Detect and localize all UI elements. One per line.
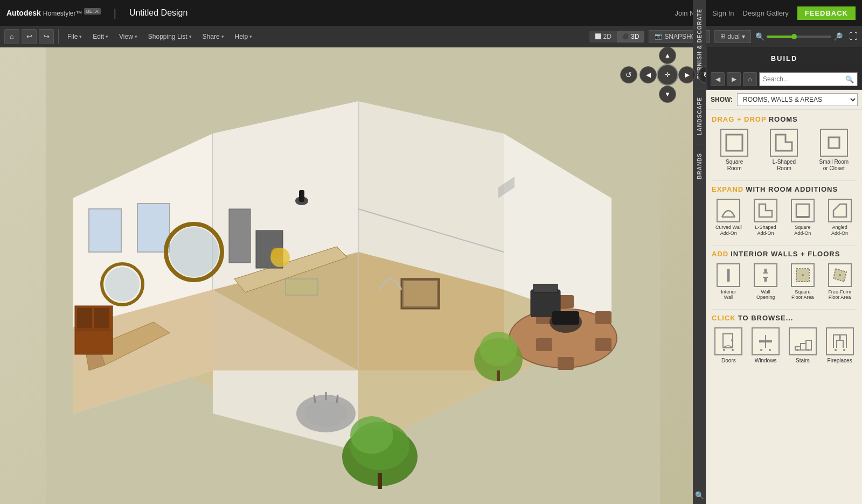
interior-wall-item[interactable]: InteriorWall (712, 263, 746, 301)
view-menu-label: View (119, 33, 133, 40)
svg-rect-61 (726, 135, 742, 151)
wall-opening-svg (757, 267, 774, 284)
shopping-list-menu[interactable]: Shopping List ▾ (144, 31, 196, 43)
square-floor-item[interactable]: SquareFloor Area (786, 263, 820, 301)
sign-in-link[interactable]: Sign In (712, 9, 734, 17)
curved-wall-svg (720, 202, 737, 219)
svg-rect-47 (378, 473, 382, 489)
curved-wall-item[interactable]: Curved WallAdd-On (712, 199, 746, 236)
brands-tab[interactable]: BRANDS (694, 144, 705, 188)
zoom-in-icon[interactable]: 🔎 (833, 32, 843, 41)
nav-center-button[interactable]: ✛ (657, 64, 678, 86)
canvas-area[interactable]: ↺ ▲ ◀ ✛ (0, 47, 706, 504)
show-row: SHOW: ROOMS, WALLS & AREAS ALL FLOORS ON… (706, 90, 862, 110)
l-shaped-room-label: L-ShapedRoom (773, 159, 796, 172)
doors-shape (714, 327, 742, 355)
zoom-slider-thumb (791, 34, 797, 39)
additions-grid: Curved WallAdd-On L-ShapedAdd-On (712, 199, 857, 236)
svg-point-73 (839, 274, 841, 276)
view-2d-button[interactable]: ⬜ 2D (589, 31, 617, 43)
rooms-grid: SquareRoom L-ShapedRoom (712, 129, 857, 172)
rotate-left-button[interactable]: ↺ (620, 66, 637, 83)
svg-rect-29 (286, 279, 318, 295)
expand-button[interactable]: ⛶ (849, 32, 858, 41)
title-bar-left: Autodesk Homestyler™ BETA | Untitled Des… (6, 7, 187, 19)
nav-cell-left: ◀ (639, 64, 657, 86)
design-gallery-link[interactable]: Design Gallery (743, 9, 789, 17)
svg-point-77 (732, 349, 734, 351)
click-label-normal: TO BROWSE... (738, 314, 794, 322)
file-menu[interactable]: File ▾ (63, 31, 86, 43)
show-select[interactable]: ROOMS, WALLS & AREAS ALL FLOORS ONLY (737, 93, 858, 106)
curved-wall-shape (717, 199, 740, 222)
autodesk-logo: Autodesk Homestyler™ BETA (6, 9, 101, 17)
feedback-button[interactable]: FEEDBACK (797, 6, 856, 20)
nav-cell-top: ▲ (657, 47, 678, 64)
sq-addon-item[interactable]: SquareAdd-On (786, 199, 820, 236)
help-menu[interactable]: Help ▾ (231, 31, 257, 43)
dual-label: dual (727, 33, 740, 40)
panel-search-icon[interactable]: 🔍 (693, 487, 706, 504)
small-room-item[interactable]: Small Roomor Closet (811, 129, 857, 172)
zoom-out-icon[interactable]: 🔍 (755, 32, 764, 41)
fireplaces-label: Fireplaces (828, 358, 852, 363)
nav-down-button[interactable]: ▼ (659, 86, 676, 103)
wall-opening-item[interactable]: WallOpening (749, 263, 783, 301)
square-room-item[interactable]: SquareRoom (712, 129, 757, 172)
browse-grid: Doors Windows (712, 327, 857, 363)
help-menu-label: Help (235, 33, 248, 40)
nav-right-button[interactable]: ▶ (678, 66, 696, 83)
square-floor-label: SquareFloor Area (791, 289, 814, 301)
panel-home-button[interactable]: ⌂ (743, 72, 757, 86)
windows-item[interactable]: Windows (749, 327, 783, 363)
doors-label: Doors (721, 358, 736, 363)
show-label: SHOW: (711, 96, 733, 103)
angled-addon-item[interactable]: AngledAdd-On (823, 199, 857, 236)
svg-line-20 (314, 395, 315, 403)
viewport-3d[interactable]: ↺ ▲ ◀ ✛ (0, 47, 706, 504)
windows-shape (752, 327, 780, 355)
svg-point-25 (105, 267, 140, 302)
panel-search-submit[interactable]: 🔍 (845, 75, 854, 83)
sq-addon-label: SquareAdd-On (794, 225, 811, 236)
stairs-svg (792, 331, 814, 352)
undo-button[interactable]: ↩ (22, 29, 37, 44)
expand-header: EXPAND WITH ROOM ADDITIONS (712, 185, 857, 193)
view-3d-button[interactable]: ⬛ 3D (617, 31, 644, 43)
edit-menu[interactable]: Edit ▾ (88, 31, 113, 43)
view-3d-label: 3D (631, 33, 639, 40)
small-room-label: Small Roomor Closet (819, 159, 849, 172)
rotate-right-button[interactable]: ↻ (698, 66, 706, 83)
fireplaces-item[interactable]: Fireplaces (823, 327, 857, 363)
l-addon-shape (754, 199, 777, 222)
dual-button[interactable]: ⊞ dual ▾ (714, 30, 751, 43)
view-menu[interactable]: View ▾ (115, 31, 142, 43)
svg-rect-57 (299, 190, 304, 202)
interior-wall-label: InteriorWall (721, 289, 736, 301)
nav-cell-tl (639, 47, 657, 64)
drag-drop-label-normal: ROOMS (769, 115, 798, 123)
dual-arrow: ▾ (742, 33, 745, 40)
nav-up-button[interactable]: ▲ (659, 47, 676, 64)
nav-left-button[interactable]: ◀ (639, 66, 657, 83)
share-menu[interactable]: Share ▾ (198, 31, 228, 43)
doors-item[interactable]: Doors (712, 327, 746, 363)
panel-forward-button[interactable]: ▶ (727, 72, 741, 86)
panel-search-input[interactable] (763, 75, 845, 83)
logo-homestyler: Homestyler™ BETA (43, 9, 101, 17)
drag-drop-header: DRAG + DROP ROOMS (712, 115, 857, 123)
svg-rect-83 (801, 344, 806, 350)
stairs-item[interactable]: Stairs (786, 327, 820, 363)
redo-button[interactable]: ↪ (39, 29, 54, 44)
sq-floor-svg (794, 267, 811, 284)
freeform-floor-item[interactable]: Free-FormFloor Area (823, 263, 857, 301)
l-addon-item[interactable]: L-ShapedAdd-On (749, 199, 783, 236)
l-shaped-room-item[interactable]: L-ShapedRoom (761, 129, 807, 172)
windows-label: Windows (755, 358, 777, 363)
square-room-shape (720, 129, 748, 157)
panel-back-button[interactable]: ◀ (711, 72, 725, 86)
home-button[interactable]: ⌂ (4, 29, 19, 44)
angled-addon-shape (828, 199, 852, 222)
zoom-slider[interactable] (767, 36, 831, 38)
drag-drop-label-highlight: DRAG + DROP (712, 115, 767, 123)
